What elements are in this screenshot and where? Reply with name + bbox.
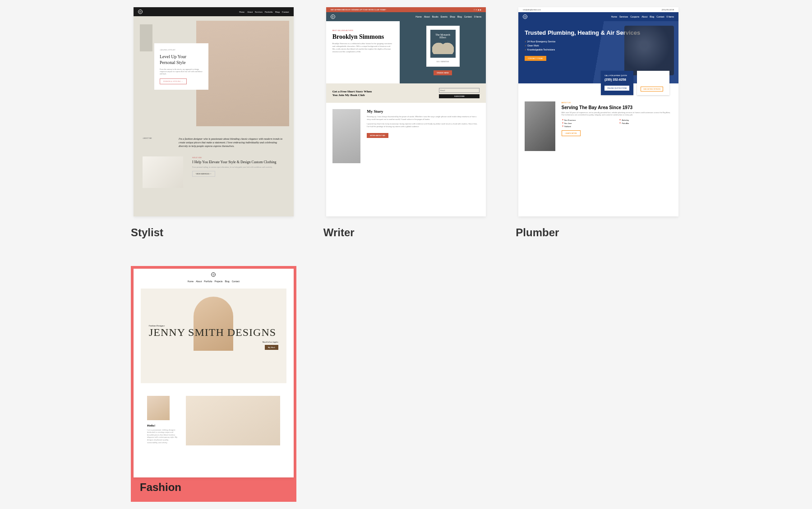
template-card-writer[interactable]: GET A FREE EBOOK BY SIGNING UP TO MY BOO… (323, 5, 489, 239)
subscribe-button: SUBSCRIBE (439, 94, 480, 98)
author-photo (332, 109, 361, 163)
logo-icon: D (211, 272, 216, 277)
logo-icon: D (138, 9, 143, 14)
promo-bar: GET A FREE EBOOK BY SIGNING UP TO MY BOO… (326, 7, 486, 12)
site-nav: D HomeAboutServicesPortfolioShopContact (134, 7, 294, 16)
template-thumbnail: D HomeAboutServicesPortfolioShopContact … (134, 7, 294, 216)
template-card-fashion[interactable]: D HomeAboutPortfolioProjectsBlogContact … (131, 266, 296, 502)
template-label: Stylist (131, 219, 296, 239)
cta-button: My Work (265, 345, 278, 350)
logo-icon: D (523, 14, 527, 19)
template-grid: D HomeAboutServicesPortfolioShopContact … (0, 0, 812, 509)
offer-card: 25% Off for First Time Customers SEE MOR… (637, 71, 669, 95)
email-input (439, 88, 480, 93)
template-thumbnail: info@diviplumber.com(255) 352-6258 D Hom… (518, 7, 678, 216)
cta-button: CONTACT TODAY (525, 56, 546, 61)
hero-portrait (194, 297, 233, 351)
author-name: Brooklyn Simmons (332, 33, 393, 41)
template-thumbnail: D HomeAboutPortfolioProjectsBlogContact … (134, 269, 294, 478)
template-card-plumber[interactable]: info@diviplumber.com(255) 352-6258 D Hom… (516, 5, 681, 239)
hero-image (624, 26, 674, 75)
hero-headline: Level Up Your Personal Style (160, 54, 203, 65)
quote-card: CALL FOR A FREE QUOTE (255) 352-6258 ONL… (601, 71, 633, 95)
template-thumbnail: GET A FREE EBOOK BY SIGNING UP TO MY BOO… (326, 7, 486, 216)
hero-headline: JENNY SMITH DESIGNS (149, 327, 278, 338)
about-image (525, 101, 555, 151)
detail-photo (186, 396, 280, 445)
section-image (143, 156, 183, 188)
logo-icon: D (331, 14, 335, 19)
template-label: Writer (323, 219, 489, 239)
intro-photo (147, 396, 170, 420)
order-button: ORDER HERE (434, 70, 452, 75)
template-label: Plumber (516, 219, 681, 239)
cta-button: PERSONAL STYLING → (160, 78, 187, 84)
template-card-stylist[interactable]: D HomeAboutServicesPortfolioShopContact … (131, 5, 296, 239)
template-label: Fashion (134, 477, 294, 499)
hero-image (196, 21, 289, 126)
book-cover: The Monarch Effect B.B. SIMMONS (426, 26, 460, 67)
